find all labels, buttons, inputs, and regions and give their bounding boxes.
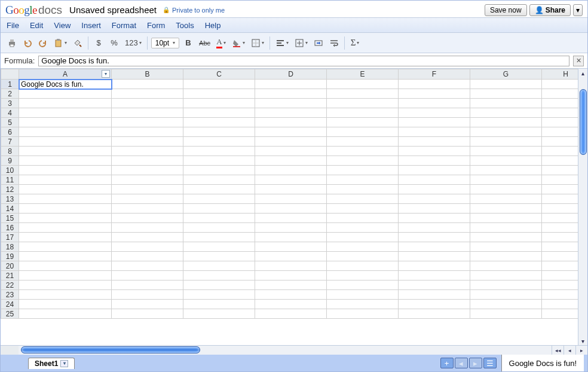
save-button[interactable]: Save now bbox=[485, 4, 527, 16]
cell-D6[interactable] bbox=[255, 127, 327, 137]
cell-C8[interactable] bbox=[183, 147, 255, 156]
fill-color-button[interactable]: ▾ bbox=[230, 36, 247, 50]
row-header-20[interactable]: 20 bbox=[1, 261, 19, 271]
cell-B21[interactable] bbox=[112, 271, 183, 280]
row-header-5[interactable]: 5 bbox=[1, 118, 19, 127]
cell-G21[interactable] bbox=[470, 271, 542, 280]
formula-input[interactable] bbox=[38, 56, 569, 66]
cell-H2[interactable] bbox=[542, 89, 578, 99]
functions-button[interactable]: Σ▾ bbox=[348, 36, 362, 50]
cell-F9[interactable] bbox=[399, 156, 470, 166]
row-header-21[interactable]: 21 bbox=[1, 271, 19, 280]
cell-A8[interactable] bbox=[19, 147, 112, 156]
cell-B1[interactable] bbox=[112, 80, 183, 89]
cell-D4[interactable] bbox=[255, 108, 327, 118]
redo-button[interactable] bbox=[36, 36, 50, 50]
column-header-H[interactable]: H bbox=[542, 69, 578, 80]
cell-B9[interactable] bbox=[112, 156, 183, 166]
cell-G3[interactable] bbox=[470, 99, 542, 108]
cell-A19[interactable] bbox=[19, 252, 112, 261]
cell-H3[interactable] bbox=[542, 99, 578, 108]
cell-D23[interactable] bbox=[255, 290, 327, 300]
cell-C3[interactable] bbox=[183, 99, 255, 108]
cell-H23[interactable] bbox=[542, 290, 578, 300]
cell-H8[interactable] bbox=[542, 147, 578, 156]
cell-A10[interactable] bbox=[19, 166, 112, 175]
cell-C14[interactable] bbox=[183, 204, 255, 214]
cell-A5[interactable] bbox=[19, 118, 112, 127]
cell-B25[interactable] bbox=[112, 309, 183, 319]
row-header-2[interactable]: 2 bbox=[1, 89, 19, 99]
cell-F25[interactable] bbox=[399, 309, 470, 319]
row-header-11[interactable]: 11 bbox=[1, 175, 19, 185]
cell-C20[interactable] bbox=[183, 261, 255, 271]
cell-E23[interactable] bbox=[327, 290, 399, 300]
cell-G23[interactable] bbox=[470, 290, 542, 300]
menu-format[interactable]: Format bbox=[112, 21, 136, 30]
cell-G4[interactable] bbox=[470, 108, 542, 118]
cell-C5[interactable] bbox=[183, 118, 255, 127]
cell-C23[interactable] bbox=[183, 290, 255, 300]
cell-B23[interactable] bbox=[112, 290, 183, 300]
cell-E18[interactable] bbox=[327, 242, 399, 252]
cell-H18[interactable] bbox=[542, 242, 578, 252]
scroll-left-button[interactable]: ◂ bbox=[564, 346, 575, 355]
cell-A23[interactable] bbox=[19, 290, 112, 300]
undo-button[interactable] bbox=[21, 36, 34, 50]
cell-G8[interactable] bbox=[470, 147, 542, 156]
row-header-16[interactable]: 16 bbox=[1, 223, 19, 233]
cell-B10[interactable] bbox=[112, 166, 183, 175]
scroll-up-button[interactable]: ▴ bbox=[579, 69, 587, 77]
vscroll-thumb[interactable] bbox=[580, 89, 587, 155]
format-currency-button[interactable]: $ bbox=[92, 36, 105, 50]
cell-G17[interactable] bbox=[470, 233, 542, 242]
row-header-9[interactable]: 9 bbox=[1, 156, 19, 166]
row-header-8[interactable]: 8 bbox=[1, 147, 19, 156]
cell-B12[interactable] bbox=[112, 185, 183, 194]
cell-C22[interactable] bbox=[183, 280, 255, 290]
row-header-4[interactable]: 4 bbox=[1, 108, 19, 118]
menu-tools[interactable]: Tools bbox=[176, 21, 194, 30]
cell-B6[interactable] bbox=[112, 127, 183, 137]
all-sheets-button[interactable]: ☰ bbox=[483, 358, 497, 368]
cell-H14[interactable] bbox=[542, 204, 578, 214]
cell-E3[interactable] bbox=[327, 99, 399, 108]
cell-F20[interactable] bbox=[399, 261, 470, 271]
row-header-15[interactable]: 15 bbox=[1, 214, 19, 223]
cell-B18[interactable] bbox=[112, 242, 183, 252]
cell-G1[interactable] bbox=[470, 80, 542, 89]
document-title[interactable]: Unsaved spreadsheet bbox=[69, 5, 157, 15]
cell-A12[interactable] bbox=[19, 185, 112, 194]
row-header-14[interactable]: 14 bbox=[1, 204, 19, 214]
row-header-18[interactable]: 18 bbox=[1, 242, 19, 252]
cell-B19[interactable] bbox=[112, 252, 183, 261]
row-header-6[interactable]: 6 bbox=[1, 127, 19, 137]
cell-E7[interactable] bbox=[327, 137, 399, 147]
cell-E15[interactable] bbox=[327, 214, 399, 223]
cell-F22[interactable] bbox=[399, 280, 470, 290]
cell-E11[interactable] bbox=[327, 175, 399, 185]
cell-C16[interactable] bbox=[183, 223, 255, 233]
cell-H12[interactable] bbox=[542, 185, 578, 194]
sheet-tab-dropdown[interactable]: ▾ bbox=[60, 360, 68, 367]
cell-G25[interactable] bbox=[470, 309, 542, 319]
cell-F11[interactable] bbox=[399, 175, 470, 185]
cell-F21[interactable] bbox=[399, 271, 470, 280]
font-size-select[interactable]: 10pt▾ bbox=[151, 38, 179, 48]
cell-A9[interactable] bbox=[19, 156, 112, 166]
cell-G6[interactable] bbox=[470, 127, 542, 137]
scroll-right-button[interactable]: ▸ bbox=[575, 346, 587, 355]
cell-C15[interactable] bbox=[183, 214, 255, 223]
menu-edit[interactable]: Edit bbox=[30, 21, 43, 30]
cell-H13[interactable] bbox=[542, 194, 578, 204]
strikethrough-button[interactable]: Abc bbox=[197, 36, 212, 50]
cell-D21[interactable] bbox=[255, 271, 327, 280]
row-header-19[interactable]: 19 bbox=[1, 252, 19, 261]
cell-G13[interactable] bbox=[470, 194, 542, 204]
column-header-G[interactable]: G bbox=[470, 69, 542, 80]
cell-A24[interactable] bbox=[19, 300, 112, 309]
cell-D14[interactable] bbox=[255, 204, 327, 214]
cell-E20[interactable] bbox=[327, 261, 399, 271]
cell-F10[interactable] bbox=[399, 166, 470, 175]
cell-A6[interactable] bbox=[19, 127, 112, 137]
